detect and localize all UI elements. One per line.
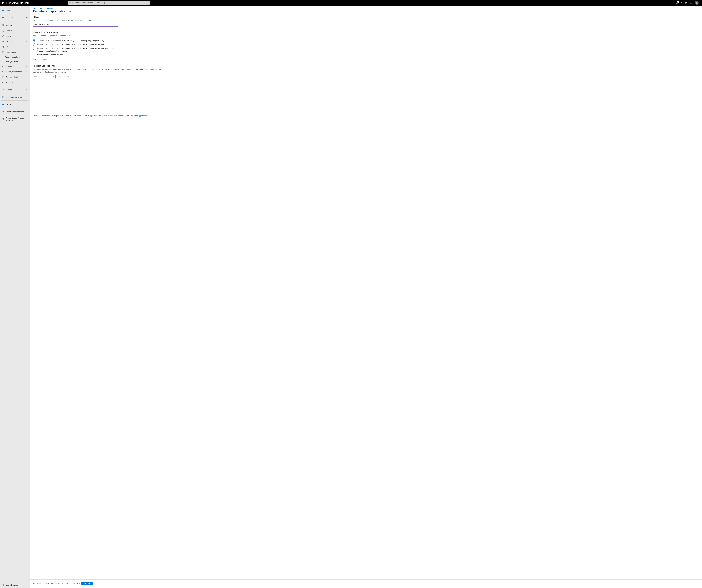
nav-applications[interactable]: Applications: [0, 49, 30, 55]
svg-rect-22: [2, 77, 3, 78]
radio-icon: [32, 39, 35, 42]
radio-icon: [32, 43, 35, 46]
enterprise-applications-link[interactable]: Enterprise applications: [130, 115, 147, 117]
chevron-up-icon: [26, 51, 28, 53]
svg-point-26: [3, 82, 4, 83]
nav-identity-gov-sub[interactable]: Identity governance: [0, 69, 30, 75]
breadcrumb-app-registrations[interactable]: App registrations: [40, 7, 53, 9]
nav-users[interactable]: Users: [0, 33, 30, 39]
lock-icon: [2, 65, 4, 67]
svg-rect-23: [3, 77, 4, 78]
svg-point-11: [3, 41, 3, 41]
breadcrumb-home[interactable]: Home: [32, 7, 37, 9]
notification-badge: 1: [677, 1, 679, 3]
identity-icon: [2, 24, 4, 26]
footer-note: Register an app you're working on here. …: [32, 115, 162, 120]
external-link-icon: [79, 583, 81, 584]
svg-point-24: [2, 82, 3, 83]
nav-protection[interactable]: Protection: [0, 86, 30, 93]
nav-learn-support[interactable]: Learn & support: [0, 582, 30, 588]
page-title: Register an application: [32, 10, 67, 13]
register-button[interactable]: Register: [81, 582, 93, 585]
account-type-option-1[interactable]: Accounts in any organizational directory…: [32, 42, 162, 46]
search-icon: [69, 2, 71, 4]
nav-app-registrations[interactable]: App registrations: [0, 59, 30, 64]
svg-rect-29: [2, 104, 4, 105]
policy-link[interactable]: By proceeding, you agree to the Microsof…: [32, 582, 81, 584]
svg-point-25: [3, 82, 3, 83]
devices-icon: [2, 46, 4, 48]
chevron-down-icon: [26, 71, 28, 72]
nav-enterprise-applications[interactable]: Enterprise applications: [0, 55, 30, 59]
permissions-icon: [2, 111, 4, 113]
top-header: Microsoft Entra admin center 1: [0, 0, 702, 6]
chevron-up-icon: [26, 24, 28, 26]
chevron-down-icon: [26, 46, 28, 47]
chevron-down-icon: [26, 96, 28, 98]
nav-verified-id[interactable]: Verified ID: [0, 101, 30, 107]
global-search-input[interactable]: [68, 1, 150, 5]
nav-identity[interactable]: Identity: [0, 22, 30, 28]
settings-icon[interactable]: [680, 2, 683, 4]
redirect-uri-description: We'll return the authentication response…: [32, 68, 162, 74]
name-label: * Name: [32, 16, 162, 18]
support-icon: [2, 584, 4, 586]
chevron-down-icon: [26, 35, 28, 37]
groups-icon: [2, 40, 4, 42]
nav-protection-sub[interactable]: Protection: [0, 64, 30, 69]
nav-favorites[interactable]: Favorites: [0, 14, 30, 21]
radio-icon: [32, 53, 35, 56]
nav-devices[interactable]: Devices: [0, 44, 30, 49]
svg-point-10: [3, 35, 3, 36]
nav-home[interactable]: Home: [0, 7, 30, 13]
nav-external-identities[interactable]: External Identities: [0, 75, 30, 80]
external-icon: [2, 76, 4, 78]
svg-rect-20: [3, 71, 4, 72]
svg-point-32: [3, 111, 4, 112]
breadcrumb: Home › App registrations ›: [30, 6, 702, 10]
nav-overview[interactable]: Overview: [0, 28, 30, 33]
more-button[interactable]: ···: [69, 10, 71, 13]
name-description: The user-facing display name for this ap…: [32, 19, 162, 22]
apps-icon: [2, 51, 4, 53]
notifications-icon[interactable]: 1: [676, 2, 678, 4]
product-title: Microsoft Entra admin center: [2, 2, 29, 4]
globe-icon: [2, 118, 4, 120]
svg-rect-19: [3, 66, 4, 67]
svg-rect-27: [2, 96, 4, 98]
account-types-title: Supported account types: [32, 31, 162, 33]
chevron-down-icon: [26, 77, 28, 78]
breadcrumb-separator: ›: [54, 7, 56, 9]
account-type-option-3[interactable]: Personal Microsoft accounts only: [32, 53, 162, 57]
nav-show-more[interactable]: Show more: [0, 80, 30, 85]
nav-global-secure-access[interactable]: Global Secure Access (Preview): [0, 116, 30, 122]
collapse-sidebar-button[interactable]: [26, 585, 28, 587]
radio-icon: [32, 47, 35, 49]
chevron-down-icon: [26, 17, 28, 18]
svg-point-36: [3, 584, 3, 585]
app-name-input[interactable]: [32, 23, 118, 26]
nav-permissions[interactable]: Permissions Management: [0, 109, 30, 115]
account-types-description: Who can use this application or access t…: [32, 34, 162, 37]
svg-point-6: [696, 2, 697, 3]
help-icon[interactable]: [685, 2, 687, 4]
nav-groups[interactable]: Groups: [0, 39, 30, 44]
svg-point-31: [2, 111, 3, 112]
help-me-choose-link[interactable]: Help me choose...: [32, 58, 47, 60]
check-icon: [116, 24, 117, 26]
close-button[interactable]: [697, 10, 699, 12]
chevron-down-icon: [26, 119, 28, 120]
platform-select[interactable]: [32, 75, 55, 79]
user-avatar[interactable]: [695, 1, 699, 5]
feedback-icon[interactable]: [690, 2, 692, 4]
shield-icon: [2, 89, 4, 91]
svg-rect-17: [2, 52, 3, 53]
user-icon: [2, 35, 4, 37]
nav-identity-governance[interactable]: Identity governance: [0, 94, 30, 100]
svg-rect-16: [3, 51, 4, 52]
account-type-option-2[interactable]: Accounts in any organizational directory…: [32, 46, 162, 53]
redirect-uri-input[interactable]: [57, 75, 103, 79]
left-sidebar: Home Favorites Identity Overview Users: [0, 6, 30, 588]
account-type-option-0[interactable]: Accounts in this organizational director…: [32, 39, 162, 42]
ellipsis-icon: [2, 82, 4, 84]
